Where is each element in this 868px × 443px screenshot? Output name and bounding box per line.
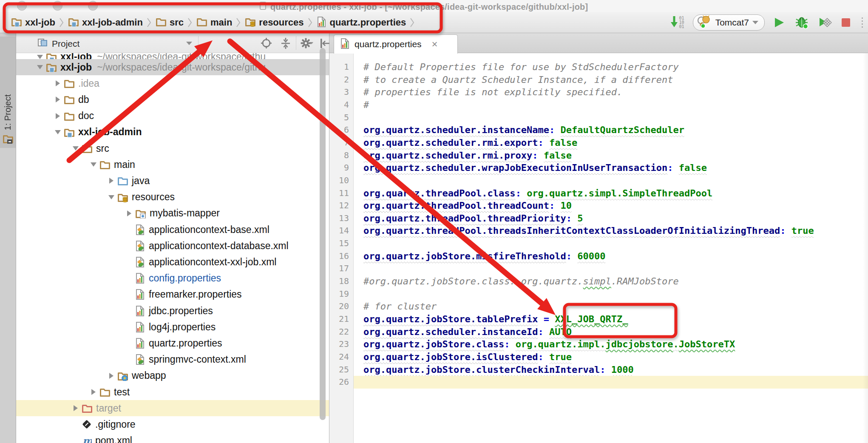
tree-item-xxl-job[interactable]: xxl-job~/workspaces/idea-git-workspace/g…	[16, 59, 329, 75]
close-window-button[interactable]	[17, 1, 27, 11]
tree-item-.gitignore[interactable]: .gitignore	[16, 416, 329, 432]
project-tool-window-button[interactable]: 1: Project	[0, 37, 16, 148]
breadcrumb-item-main[interactable]: main	[196, 17, 232, 28]
tree-item-test[interactable]: test	[16, 384, 329, 400]
close-tab-icon[interactable]: ×	[432, 40, 438, 48]
tree-item-pom.xml[interactable]: mpom.xml	[16, 433, 329, 443]
expand-toggle[interactable]	[124, 210, 134, 216]
code-line[interactable]: # to create a Quartz Scheduler Instance,…	[363, 74, 673, 86]
update-project-button[interactable]: 011001	[670, 15, 684, 30]
expand-toggle[interactable]	[35, 65, 45, 69]
code-segment: org.quartz.jobStore.tablePrefix	[363, 314, 538, 324]
expand-toggle[interactable]	[53, 97, 63, 102]
hide-panel-button[interactable]	[319, 37, 331, 49]
collapse-all-button[interactable]	[280, 37, 292, 49]
code-line[interactable]: org.quartz.threadPool.class: org.quartz.…	[363, 187, 712, 200]
chevron-down-icon[interactable]	[186, 42, 192, 45]
tree-item-label: mybatis-mapper	[150, 207, 220, 219]
code-line[interactable]: org.quartz.scheduler.instanceName: Defau…	[363, 124, 684, 136]
debug-button[interactable]	[794, 16, 810, 29]
tree-item-.idea[interactable]: .idea	[16, 75, 329, 91]
line-number: 25	[332, 363, 349, 376]
expand-toggle[interactable]	[88, 389, 99, 395]
code-line[interactable]: org.quartz.scheduler.instanceId: AUTO	[363, 326, 572, 338]
breadcrumb-item-resources[interactable]: resources	[245, 17, 304, 28]
title-bar: quartz.properties - xxl-job - [~/workspa…	[0, 0, 868, 12]
code-line[interactable]: # properties file is not explicitly spec…	[363, 86, 622, 99]
tree-item-config.properties[interactable]: config.properties	[16, 270, 329, 287]
breadcrumb-item-src[interactable]: src	[156, 17, 184, 28]
tree-item-java[interactable]: java	[16, 173, 329, 189]
expand-toggle[interactable]	[71, 146, 81, 151]
tree-item-freemarker.properties[interactable]: freemarker.properties	[16, 287, 329, 303]
tree-item-springmvc-context.xml[interactable]: springmvc-context.xml	[16, 352, 329, 368]
tree-item-quartz.properties[interactable]: quartz.properties	[16, 335, 329, 351]
expand-toggle[interactable]	[71, 405, 81, 411]
expand-toggle[interactable]	[106, 178, 116, 184]
code-line[interactable]: # for cluster	[363, 300, 437, 313]
code-segment: org.quartz.threadPool.class	[363, 188, 516, 199]
code-line[interactable]: org.quartz.jobStore.misfireThreshold: 60…	[363, 250, 606, 263]
tree-item-resources[interactable]: resources	[16, 189, 329, 205]
expand-toggle[interactable]	[53, 80, 63, 86]
minimize-window-button[interactable]	[53, 1, 62, 11]
tab-quartz-properties[interactable]: quartz.properties ×	[334, 34, 458, 54]
code-line[interactable]: org.quartz.threadPool.threadsInheritCont…	[363, 224, 814, 237]
folder-icon	[99, 159, 111, 170]
run-configuration-select[interactable]: Tomcat7	[693, 14, 765, 31]
tree-scrollbar-thumb[interactable]	[320, 48, 326, 420]
code-line[interactable]: #	[363, 99, 369, 111]
run-with-coverage-button[interactable]	[818, 16, 832, 29]
breadcrumb-item-quartz.properties[interactable]: quartz.properties	[317, 16, 406, 29]
locate-file-button[interactable]	[261, 37, 272, 49]
code-segment: org.quartz.threadPool.threadPriority	[363, 213, 566, 224]
code-segment: false	[549, 137, 577, 148]
code-line[interactable]: org.quartz.threadPool.threadCount: 10	[363, 199, 572, 212]
code-line[interactable]: org.quartz.scheduler.rmi.proxy: false	[363, 149, 572, 162]
tree-item-doc[interactable]: doc	[16, 108, 329, 124]
tree-item-applicationcontext-base.xml[interactable]: applicationcontext-base.xml	[16, 222, 329, 238]
code-line[interactable]: org.quartz.jobStore.tablePrefix = XXL_JO…	[363, 313, 628, 326]
code-segment: .RAMJobStore	[611, 276, 679, 287]
code-line[interactable]: org.quartz.jobStore.clusterCheckinInterv…	[363, 363, 634, 376]
expand-toggle[interactable]	[35, 55, 45, 59]
chevron-right-icon	[308, 16, 313, 29]
tree-item-jdbc.properties[interactable]: jdbc.properties	[16, 303, 329, 319]
properties-file-icon	[135, 289, 145, 300]
tree-item-webapp[interactable]: webapp	[16, 368, 329, 384]
code-segment: # for cluster	[363, 301, 437, 312]
expand-toggle[interactable]	[106, 373, 116, 379]
editor-body[interactable]: 1234567891011121314151617181920212223242…	[329, 53, 868, 443]
expand-toggle[interactable]	[53, 113, 63, 119]
code-line[interactable]: # Default Properties file for use by Std…	[363, 61, 679, 74]
tree-item-xxl-job-admin[interactable]: xxl-job-admin	[16, 124, 329, 140]
expand-toggle[interactable]	[88, 162, 99, 167]
expand-toggle[interactable]	[53, 130, 63, 134]
code-segment: =	[538, 314, 555, 324]
tool-window-stripe: 1: Project	[0, 33, 16, 443]
run-button[interactable]	[773, 17, 785, 28]
tree-item-mybatis-mapper[interactable]: mybatis-mapper	[16, 205, 329, 222]
code-line[interactable]: org.quartz.scheduler.rmi.export: false	[363, 136, 577, 149]
tree-item-db[interactable]: db	[16, 91, 329, 108]
code-segment: :	[667, 162, 679, 173]
code-line[interactable]: #org.quartz.jobStore.class: org.quartz.s…	[363, 275, 679, 288]
zoom-window-button[interactable]	[88, 1, 98, 11]
breadcrumb-item-xxl-job-admin[interactable]: xxl-job-admin	[68, 17, 143, 28]
stop-button[interactable]	[840, 17, 851, 28]
code-line[interactable]: org.quartz.jobStore.isClustered: true	[363, 351, 572, 363]
tree-item-src[interactable]: src	[16, 140, 329, 156]
breadcrumb-item-xxl-job[interactable]: xxl-job	[11, 17, 55, 28]
settings-gear-button[interactable]	[300, 37, 315, 49]
code-line[interactable]: org.quartz.threadPool.threadPriority: 5	[363, 212, 583, 225]
code-line[interactable]: org.quartz.scheduler.wrapJobExecutionInU…	[363, 162, 707, 174]
line-number: 4	[332, 99, 349, 111]
tree-item-applicationcontext-xxl-job.xml[interactable]: applicationcontext-xxl-job.xml	[16, 254, 329, 270]
code-line[interactable]: org.quartz.jobStore.class: org.quartz.im…	[363, 338, 735, 351]
tree-item-target[interactable]: target	[16, 400, 329, 416]
tree-item-main[interactable]: main	[16, 156, 329, 173]
tree-item-label: applicationcontext-base.xml	[149, 224, 269, 236]
tree-item-log4j.properties[interactable]: log4j.properties	[16, 319, 329, 335]
expand-toggle[interactable]	[106, 195, 116, 199]
tree-item-applicationcontext-database.xml[interactable]: applicationcontext-database.xml	[16, 238, 329, 254]
